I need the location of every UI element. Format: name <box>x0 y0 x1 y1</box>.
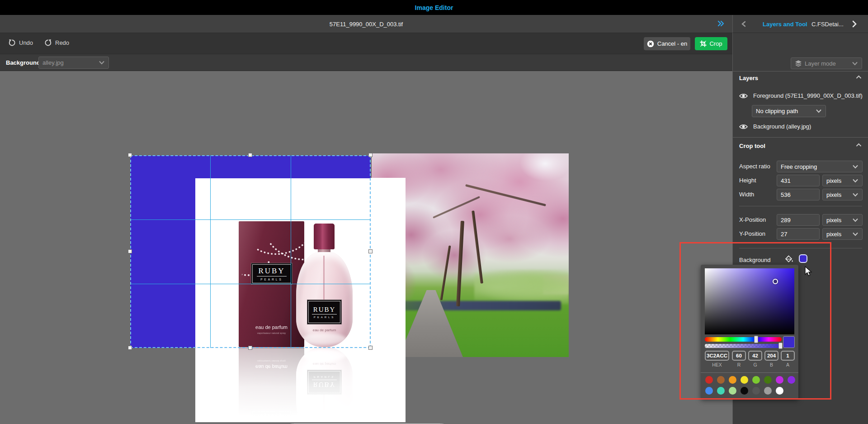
crop-handle-e[interactable] <box>368 249 373 253</box>
crop-handle-w[interactable] <box>128 249 132 253</box>
color-swatch[interactable] <box>752 387 760 395</box>
editor-canvas[interactable]: RUBY PEARLS eau de parfum vaporisateur n… <box>0 71 732 424</box>
crop-handle-nw[interactable] <box>128 153 132 157</box>
crop-handle-se[interactable] <box>368 346 373 350</box>
crop-handle-n[interactable] <box>248 153 252 157</box>
divider <box>739 206 862 206</box>
crop-confirm-button[interactable]: Crop <box>695 37 727 50</box>
chevron-down-icon <box>852 193 859 197</box>
alpha-gradient <box>705 344 782 348</box>
height-unit-dropdown[interactable]: pixels <box>822 175 863 186</box>
width-field-wrap <box>777 189 820 200</box>
crop-tool-section-header: Crop tool <box>739 143 765 149</box>
color-swatch[interactable] <box>764 387 772 395</box>
color-swatch[interactable] <box>705 376 713 384</box>
eye-icon[interactable] <box>739 124 748 130</box>
background-layer-row[interactable]: Background (alley.jpg) <box>739 123 811 130</box>
divider <box>733 71 868 71</box>
clipping-path-dropdown[interactable]: No clipping path <box>752 105 826 117</box>
redo-icon <box>44 39 52 47</box>
crop-selection[interactable] <box>130 155 371 348</box>
undo-label: Undo <box>19 39 33 46</box>
height-input[interactable] <box>777 175 820 186</box>
layers-icon <box>795 60 802 67</box>
y-unit-value: pixels <box>826 231 850 238</box>
hue-slider-handle[interactable] <box>754 336 758 343</box>
redo-label: Redo <box>55 39 69 46</box>
color-swatch[interactable] <box>729 376 736 384</box>
height-unit-value: pixels <box>826 177 850 184</box>
crop-dashed-border <box>130 155 371 348</box>
red-input[interactable] <box>732 351 746 361</box>
eye-icon[interactable] <box>739 93 748 99</box>
alpha-slider[interactable] <box>705 344 782 348</box>
cancel-x-icon <box>647 40 654 48</box>
double-chevron-right-icon[interactable] <box>717 20 725 27</box>
blue-input[interactable] <box>764 351 778 361</box>
panel-prev-icon[interactable] <box>741 21 746 27</box>
hue-slider[interactable] <box>705 337 782 342</box>
tab-layers-and-tool[interactable]: Layers and Tool <box>763 21 807 28</box>
height-field-wrap <box>777 175 820 186</box>
cancel-label: Cancel - en <box>657 40 687 47</box>
panel-next-icon[interactable] <box>851 20 857 28</box>
color-swatch[interactable] <box>776 376 783 384</box>
chevron-down-icon <box>852 62 858 66</box>
tab-fs-detail[interactable]: C.FSDetai... <box>811 21 844 28</box>
aspect-ratio-dropdown[interactable]: Free cropping <box>777 161 863 172</box>
r-field-label: R <box>732 362 746 367</box>
clipping-path-value: No clipping path <box>756 108 814 114</box>
color-swatch[interactable] <box>717 387 725 395</box>
panel-tab-bar: Layers and Tool C.FSDetai... <box>732 15 868 33</box>
chevron-down-icon <box>816 109 822 113</box>
y-unit-dropdown[interactable]: pixels <box>822 228 863 240</box>
color-swatch[interactable] <box>788 376 795 384</box>
background-file-dropdown[interactable]: alley.jpg <box>38 57 109 69</box>
collapse-layers-icon[interactable] <box>856 75 862 79</box>
layer-mode-dropdown[interactable]: Layer mode <box>791 57 862 69</box>
green-input[interactable] <box>748 351 762 361</box>
width-unit-dropdown[interactable]: pixels <box>822 189 863 200</box>
swatch-row <box>705 387 783 395</box>
color-swatch[interactable] <box>729 387 736 395</box>
hex-input[interactable] <box>705 351 729 361</box>
crop-label: Crop <box>709 40 722 47</box>
x-position-input[interactable] <box>777 214 820 226</box>
background-color-swatch[interactable] <box>799 254 807 263</box>
paint-bucket-icon[interactable] <box>784 255 794 264</box>
saturation-value-area[interactable] <box>705 268 794 334</box>
chevron-down-icon <box>852 218 859 222</box>
color-swatch[interactable] <box>776 387 783 395</box>
redo-button[interactable]: Redo <box>44 39 69 47</box>
current-color-preview <box>783 336 795 348</box>
cancel-button[interactable]: Cancel - en <box>644 37 690 50</box>
y-position-label: Y-Position <box>739 228 765 240</box>
y-position-input[interactable] <box>777 228 820 240</box>
saturation-marker[interactable] <box>773 279 778 284</box>
open-file-name: 57E11_9990_00X_D_003.tif <box>0 21 732 28</box>
reflection-fade <box>195 349 406 422</box>
color-swatch[interactable] <box>741 387 748 395</box>
crop-handle-s[interactable] <box>248 346 252 350</box>
foreground-layer-row[interactable]: Foreground (57E11_9990_00X_D_003.tif) <box>739 92 863 99</box>
x-unit-dropdown[interactable]: pixels <box>822 214 863 226</box>
crop-handle-ne[interactable] <box>368 153 373 157</box>
background-file-value: alley.jpg <box>42 59 97 66</box>
color-swatch[interactable] <box>705 387 713 395</box>
b-field-label: B <box>764 362 778 367</box>
chevron-down-icon <box>852 232 859 236</box>
width-input[interactable] <box>777 189 820 200</box>
color-swatch[interactable] <box>752 376 760 384</box>
width-unit-value: pixels <box>826 191 850 198</box>
crop-handle-sw[interactable] <box>128 346 132 350</box>
alpha-slider-handle[interactable] <box>778 343 783 349</box>
undo-button[interactable]: Undo <box>8 39 33 47</box>
aspect-ratio-value: Free cropping <box>781 163 850 170</box>
options-bar: Background alley.jpg <box>0 54 732 71</box>
color-swatch[interactable] <box>741 376 748 384</box>
color-swatch[interactable] <box>717 376 725 384</box>
color-swatch[interactable] <box>764 376 772 384</box>
background-select-label: Background <box>6 59 40 66</box>
collapse-crop-tool-icon[interactable] <box>856 143 862 147</box>
alpha-input[interactable] <box>781 351 795 361</box>
